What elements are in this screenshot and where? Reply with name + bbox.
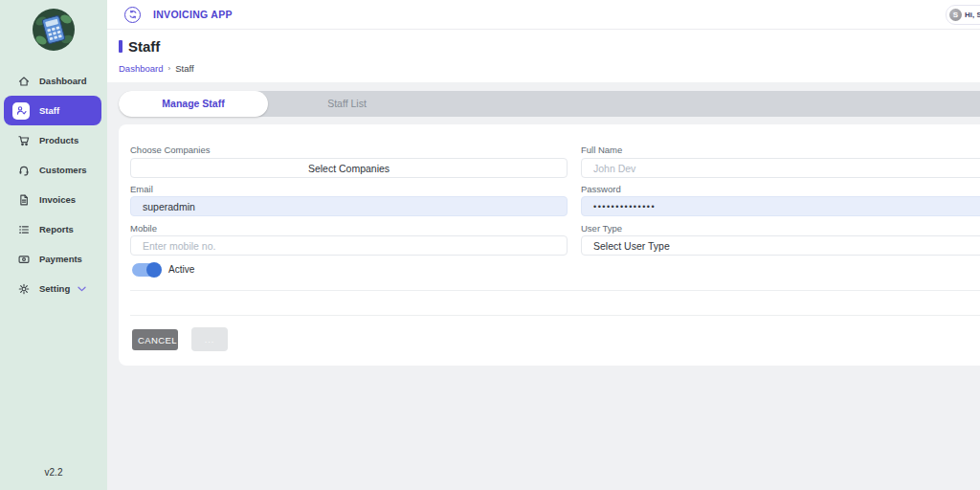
payments-icon xyxy=(16,252,31,266)
breadcrumb-dashboard[interactable]: Dashboard xyxy=(119,63,163,74)
sidebar-item-products[interactable]: Products xyxy=(0,125,107,155)
password-label: Password xyxy=(581,184,621,194)
sidebar-item-label: Reports xyxy=(39,224,74,234)
divider xyxy=(130,315,980,316)
choose-companies-select[interactable]: Select Companies xyxy=(130,158,568,178)
sidebar: Dashboard Staff Products xyxy=(0,0,107,490)
sidebar-item-staff[interactable]: Staff xyxy=(4,96,101,125)
sidebar-item-invoices[interactable]: Invoices xyxy=(0,185,107,214)
page-header: Staff Dashboard › Staff xyxy=(107,29,980,82)
sidebar-item-label: Invoices xyxy=(39,194,76,205)
sidebar-item-reports[interactable]: Reports xyxy=(0,214,107,244)
manage-staff-card: Choose Companies Select Companies Full N… xyxy=(119,124,980,366)
breadcrumb: Dashboard › Staff xyxy=(119,63,980,74)
active-toggle[interactable] xyxy=(132,263,161,277)
sync-icon[interactable] xyxy=(124,7,141,23)
email-input[interactable] xyxy=(130,196,568,216)
active-toggle-knob xyxy=(146,262,162,278)
email-label: Email xyxy=(130,184,153,194)
sidebar-item-setting[interactable]: Setting xyxy=(0,274,107,303)
divider xyxy=(130,290,980,291)
full-name-label: Full Name xyxy=(581,145,622,155)
submit-button[interactable]: ... xyxy=(191,327,228,351)
sidebar-item-customers[interactable]: Customers xyxy=(0,155,107,185)
breadcrumb-current: Staff xyxy=(175,63,193,74)
user-greeting: Hi, Su xyxy=(965,11,980,19)
mobile-label: Mobile xyxy=(130,223,157,234)
sidebar-item-label: Products xyxy=(39,135,78,145)
sidebar-item-label: Setting xyxy=(39,283,70,294)
breadcrumb-separator: › xyxy=(167,64,170,73)
user-avatar: S xyxy=(949,9,962,21)
choose-companies-label: Choose Companies xyxy=(130,145,210,155)
sidebar-item-label: Customers xyxy=(39,165,87,175)
staff-tabbar: Manage Staff Staff List xyxy=(119,91,980,117)
full-name-input[interactable] xyxy=(581,158,980,178)
active-toggle-label: Active xyxy=(168,263,194,277)
mobile-input[interactable] xyxy=(130,235,568,256)
staff-icon xyxy=(12,102,30,120)
tab-staff-list[interactable]: Staff List xyxy=(268,91,426,117)
user-type-select[interactable]: Select User Type xyxy=(581,235,980,256)
page-title: Staff xyxy=(128,38,160,55)
home-icon xyxy=(16,74,31,88)
title-accent-bar xyxy=(119,40,122,53)
cancel-button[interactable]: CANCEL xyxy=(132,329,178,350)
app-version: v2.2 xyxy=(0,467,107,490)
user-menu[interactable]: S Hi, Su xyxy=(946,5,980,25)
sidebar-item-payments[interactable]: Payments xyxy=(0,244,107,274)
app-brand: INVOICING APP xyxy=(153,9,233,20)
password-input[interactable]: •••••••••••••• xyxy=(581,196,980,216)
invoice-icon xyxy=(16,192,31,207)
sidebar-item-label: Payments xyxy=(39,254,82,264)
sidebar-item-dashboard[interactable]: Dashboard xyxy=(0,66,107,96)
report-icon xyxy=(16,222,31,236)
app-logo xyxy=(32,8,76,52)
sidebar-item-label: Staff xyxy=(39,105,59,116)
headset-icon xyxy=(16,163,31,177)
sidebar-nav: Dashboard Staff Products xyxy=(0,66,107,303)
tab-manage-staff[interactable]: Manage Staff xyxy=(119,91,268,117)
cart-icon xyxy=(16,133,31,147)
top-header: INVOICING APP S Hi, Su xyxy=(107,0,980,30)
chevron-down-icon xyxy=(78,286,86,292)
gear-icon xyxy=(16,281,31,296)
sidebar-item-label: Dashboard xyxy=(39,76,87,86)
user-type-label: User Type xyxy=(581,223,622,234)
